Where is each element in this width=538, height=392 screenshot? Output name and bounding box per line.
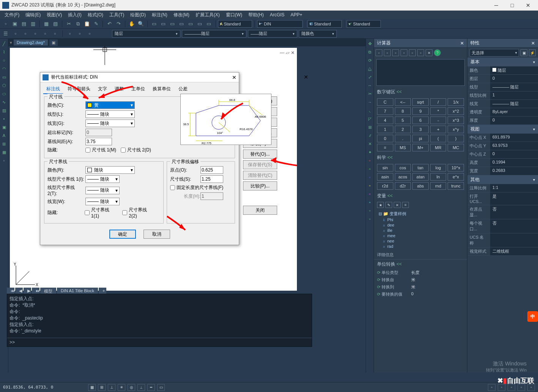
lwt-icon[interactable]: ━ [147,384,155,391]
calc-display[interactable] [376,59,465,86]
var-new-icon[interactable]: ★ [377,202,384,208]
dimline-baseline-input[interactable] [85,138,112,145]
calc-key[interactable]: rnd [430,182,446,190]
extline-lw-select[interactable]: 随块▾ [85,198,120,205]
rotate-icon[interactable]: ⟳ [366,57,374,64]
calc-key[interactable]: x^2 [448,107,464,115]
calc-key[interactable]: acos [395,173,411,181]
redo-icon[interactable]: ↷ [114,20,123,28]
calc-sci-header[interactable]: 科学 [374,153,467,162]
calc-i4-icon[interactable]: ▫ [401,49,407,56]
calc-key[interactable]: 3 [412,126,429,133]
dialog-close-icon[interactable]: ✕ [232,74,237,80]
sb-r2-icon[interactable]: ▫ [498,384,505,391]
mirror-icon[interactable]: ⧋ [366,65,374,72]
match-icon[interactable]: ✎ [92,20,100,28]
calc-key[interactable]: 6 [412,116,429,124]
calc-key[interactable]: 1 [377,126,393,133]
t6-icon[interactable]: ▭ [196,20,204,28]
props-quick-icon[interactable]: ⚡ [529,49,536,56]
poly-icon[interactable]: ⬠ [0,82,8,89]
menu-item[interactable]: 扩展工具(X) [192,11,223,19]
unit-row[interactable]: 要转换的值0 [374,291,467,298]
t3-icon[interactable]: ▭ [168,20,177,28]
calc-key[interactable]: asin [377,173,393,181]
compare-dimstyle-button[interactable]: 比较(P)... [243,181,277,190]
calc-key[interactable]: ) [448,135,464,142]
var-tree-item[interactable]: xnee [377,238,464,244]
explode-icon[interactable]: ✦ [366,148,374,156]
props-row[interactable]: 图层0 [467,75,538,83]
polar-icon[interactable]: ✳ [118,384,125,391]
var-tree-item[interactable]: xille [377,228,464,233]
preview-icon[interactable]: ▧ [51,20,60,28]
dialog-tab[interactable]: 换算单位 [150,85,174,94]
vp-min-icon[interactable]: — [280,50,284,55]
t4-icon[interactable]: ▭ [177,20,186,28]
extline-hide2-checkbox[interactable]: 尺寸界线 2(2) [122,207,156,219]
m19-icon[interactable]: ▫ [366,190,374,198]
props-row[interactable]: 在原点显...否 [467,205,538,219]
props-section-header[interactable]: 基本▾ [467,58,538,66]
offset-origin-input[interactable] [200,166,223,174]
table-icon[interactable]: ⊞ [0,140,8,148]
undo-icon[interactable]: ↶ [105,20,114,28]
m17-icon[interactable]: ▫ [366,173,374,181]
menu-item[interactable]: 文件(F) [2,11,22,19]
pan-icon[interactable]: ✋ [128,20,136,28]
menu-item[interactable]: 插入(I) [65,11,84,19]
offset-icon[interactable]: ⫽ [366,132,374,139]
calc-key[interactable]: abs [412,182,429,190]
save-override-button[interactable]: 保存替代(S) [243,160,277,169]
dimline-hide1-checkbox[interactable]: 尺寸线 1(M) [85,147,116,153]
extline-color-select[interactable]: 随块▾ [85,166,135,174]
offset-fixed-checkbox[interactable]: 固定长度的尺寸界线(F) [170,184,223,191]
ime-icon[interactable]: 中 [527,311,538,322]
props-row[interactable]: 视觉样式二维线框 [467,247,538,256]
dialog-tab[interactable]: 公差 [175,85,191,94]
new-icon[interactable]: ▫ [2,20,10,28]
m16-icon[interactable]: ▫ [366,165,374,173]
menu-item[interactable]: 格式(O) [85,11,106,19]
props-row[interactable]: 颜色随层 [467,66,538,75]
dimline-hide2-checkbox[interactable]: 尺寸线 2(D) [121,147,151,153]
erase-icon[interactable]: ✕ [366,140,374,148]
spline-icon[interactable]: ∿ [0,98,8,106]
calc-key[interactable]: 10^x [448,164,464,172]
dialog-tab[interactable]: 标注线 [43,85,63,94]
dimline-extend-input[interactable] [85,129,112,136]
calc-i3-icon[interactable]: ▫ [392,49,399,56]
calc-key[interactable]: atan [412,173,429,181]
unit-row[interactable]: 转换自米 [374,276,467,283]
props-row[interactable]: 中心点 Y63.9753 [467,142,538,150]
line-icon[interactable]: ╱ [0,40,8,47]
l1-icon[interactable]: ▫ [11,30,20,38]
dialog-tab[interactable]: 符号和箭头 [65,85,93,94]
props-close-icon[interactable]: ✕ [531,41,535,46]
document-tab[interactable]: Drawing2.dwg* [14,39,48,46]
props-row[interactable]: 中心点 X691.8979 [467,134,538,142]
calc-i7-icon[interactable]: ✕ [426,49,432,56]
m20-icon[interactable]: ▫ [366,198,374,206]
props-row[interactable]: UCS 名称 [467,233,538,247]
calc-key[interactable]: MR [430,144,446,151]
calc-key[interactable]: 9 [412,107,429,115]
var-del-icon[interactable]: ✕ [394,202,401,208]
props-row[interactable]: 透明度ByLayer [467,108,538,116]
menu-item[interactable]: ArcGIS [267,11,288,18]
circle-icon[interactable]: ○ [0,57,8,64]
array-icon[interactable]: ⊞ [366,123,374,131]
unit-row[interactable]: 单位类型长度 [374,269,467,276]
props-selection-dropdown[interactable]: 无选择▾ [470,49,519,57]
sb-r5-icon[interactable]: ▫ [527,384,535,391]
chamfer-icon[interactable]: ◸ [366,115,374,123]
dialog-tab[interactable]: 调整 [112,85,127,94]
tablestyle-dropdown[interactable]: ⊞ Standard▾ [308,20,342,28]
calc-key[interactable]: x^3 [448,116,464,124]
menu-item[interactable]: 标注(N) [149,11,170,19]
layer-icon[interactable]: ☰ [2,30,10,38]
command-line[interactable]: 指定插入点: 命令: *取消* 命令: 命令: _pasteclip 指定插入点… [7,294,312,347]
l5-icon[interactable]: ▫ [51,30,59,38]
layer-dropdown[interactable]: 随层▾ [112,30,180,38]
stretch-icon[interactable]: ↔ [366,82,374,89]
